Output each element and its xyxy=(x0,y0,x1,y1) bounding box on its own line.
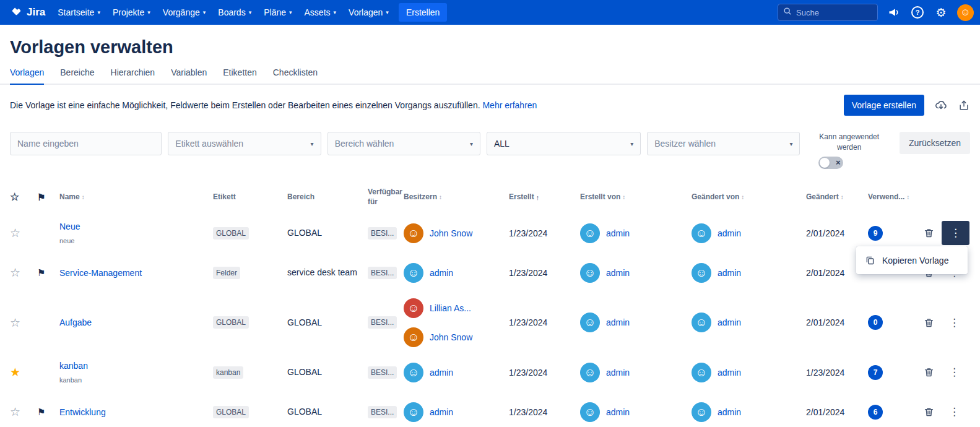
learn-more-link[interactable]: Mehr erfahren xyxy=(482,100,537,110)
template-name-link[interactable]: Entwicklung xyxy=(59,407,106,417)
star-icon[interactable]: ★ xyxy=(10,365,20,379)
row-menu-button[interactable]: ⋮ xyxy=(942,402,967,422)
global-search[interactable] xyxy=(778,4,878,21)
delete-button[interactable] xyxy=(920,314,938,332)
modified-by-avatar[interactable]: ☺ xyxy=(692,363,711,382)
owner-link[interactable]: admin xyxy=(430,368,453,377)
owner-avatar[interactable]: ☺ xyxy=(404,263,423,283)
modified-by-link[interactable]: admin xyxy=(718,368,741,377)
owner-avatar[interactable]: ☺ xyxy=(404,223,423,243)
tab-checklisten[interactable]: Checklisten xyxy=(273,67,318,85)
settings-gear-icon[interactable]: ⚙ xyxy=(934,5,948,20)
created-by-avatar[interactable]: ☺ xyxy=(580,263,600,283)
owner-avatar[interactable]: ☺ xyxy=(404,327,423,347)
created-by-link[interactable]: admin xyxy=(606,268,630,278)
header-besitzern[interactable]: Besitzern↕ xyxy=(404,192,509,202)
created-by-avatar[interactable]: ☺ xyxy=(580,363,600,382)
header-geaendert[interactable]: Geändert↕ xyxy=(806,192,868,202)
modified-by-link[interactable]: admin xyxy=(718,228,741,238)
owner-link[interactable]: John Snow xyxy=(430,332,472,342)
owner-filter-select[interactable]: Besitzer wählen ▾ xyxy=(647,132,800,155)
delete-button[interactable] xyxy=(920,403,938,421)
type-filter-select[interactable]: ALL ▾ xyxy=(487,132,641,155)
row-menu-button[interactable]: ⋮ xyxy=(942,221,969,245)
created-by-link[interactable]: admin xyxy=(606,368,630,377)
created-date: 1/23/2024 xyxy=(509,228,580,238)
template-name-link[interactable]: Neue xyxy=(59,222,80,231)
copy-template-menu-item[interactable]: Kopieren Vorlage xyxy=(856,246,968,274)
delete-button[interactable] xyxy=(920,363,938,381)
header-name[interactable]: Name↕ xyxy=(59,192,213,202)
tab-vorlagen[interactable]: Vorlagen xyxy=(10,67,44,85)
owner-avatar[interactable]: ☺ xyxy=(404,298,423,318)
header-bereich[interactable]: Bereich xyxy=(287,192,368,202)
megaphone-icon[interactable] xyxy=(887,5,901,20)
jira-logo[interactable]: Jira xyxy=(6,4,51,20)
modified-by-avatar[interactable]: ☺ xyxy=(692,223,711,243)
created-by-link[interactable]: admin xyxy=(606,228,630,238)
modified-by-avatar[interactable]: ☺ xyxy=(692,402,711,422)
header-flag[interactable]: ⚑ xyxy=(37,191,59,204)
header-etikett[interactable]: Etikett xyxy=(213,192,287,202)
etikett-badge: GLOBAL xyxy=(213,316,249,329)
etikett-badge: GLOBAL xyxy=(213,406,249,418)
nav-item-boards[interactable]: Boards▾ xyxy=(212,2,258,22)
modified-by-link[interactable]: admin xyxy=(718,317,741,327)
nav-item-projekte[interactable]: Projekte▾ xyxy=(106,2,157,22)
row-menu-button[interactable]: ⋮ xyxy=(942,362,967,382)
nav-item-plaene[interactable]: Pläne▾ xyxy=(258,2,298,22)
created-by-avatar[interactable]: ☺ xyxy=(580,313,600,332)
reset-filters-button[interactable]: Zurücksetzen xyxy=(900,132,970,154)
help-icon[interactable]: ? xyxy=(910,5,925,20)
import-cloud-icon[interactable] xyxy=(934,98,948,112)
star-icon[interactable]: ☆ xyxy=(10,316,20,330)
header-verfuegbar-fuer[interactable]: Verfügbar für xyxy=(368,188,404,207)
template-name-link[interactable]: Aufgabe xyxy=(59,317,92,327)
scope-filter-select[interactable]: Bereich wählen ▾ xyxy=(327,132,480,155)
tab-variablen[interactable]: Variablen xyxy=(171,67,207,85)
created-by-avatar[interactable]: ☺ xyxy=(580,223,600,243)
header-erstellt-von[interactable]: Erstellt von↕ xyxy=(580,192,692,202)
nav-item-vorgaenge[interactable]: Vorgänge▾ xyxy=(157,2,212,22)
etikett-badge: kanban xyxy=(213,366,243,379)
header-geaendert-von[interactable]: Geändert von↕ xyxy=(692,192,806,202)
export-icon[interactable] xyxy=(958,99,970,111)
search-input[interactable] xyxy=(796,8,867,17)
created-by-link[interactable]: admin xyxy=(606,407,630,417)
nav-item-startseite[interactable]: Startseite▾ xyxy=(51,2,106,22)
modified-by-link[interactable]: admin xyxy=(718,407,741,417)
name-filter-input[interactable] xyxy=(10,132,162,155)
label-filter-select[interactable]: Etikett auswählen ▾ xyxy=(168,132,321,155)
star-icon[interactable]: ☆ xyxy=(10,226,20,240)
owner-avatar[interactable]: ☺ xyxy=(404,363,423,382)
owner-link[interactable]: John Snow xyxy=(430,228,472,238)
modified-by-avatar[interactable]: ☺ xyxy=(692,313,711,332)
owner-link[interactable]: admin xyxy=(430,268,453,278)
tab-etiketten[interactable]: Etiketten xyxy=(223,67,256,85)
created-date: 1/23/2024 xyxy=(509,368,580,377)
user-avatar[interactable]: ☺ xyxy=(957,4,974,21)
star-icon[interactable]: ☆ xyxy=(10,265,20,280)
tab-hierarchien[interactable]: Hierarchien xyxy=(111,67,155,85)
header-erstellt[interactable]: Erstellt↑ xyxy=(509,192,580,202)
owner-link[interactable]: admin xyxy=(430,407,453,417)
delete-button[interactable] xyxy=(920,224,938,242)
modified-by-link[interactable]: admin xyxy=(718,268,741,278)
nav-item-assets[interactable]: Assets▾ xyxy=(298,2,343,22)
template-name-link[interactable]: Service-Management xyxy=(59,268,142,278)
header-star[interactable]: ☆ xyxy=(10,191,37,204)
created-by-link[interactable]: admin xyxy=(606,317,630,327)
tab-bereiche[interactable]: Bereiche xyxy=(60,67,94,85)
create-template-button[interactable]: Vorlage erstellen xyxy=(844,95,924,116)
owner-avatar[interactable]: ☺ xyxy=(404,402,423,422)
template-name-link[interactable]: kanban xyxy=(59,361,88,371)
star-icon[interactable]: ☆ xyxy=(10,405,20,419)
can-apply-toggle[interactable]: × xyxy=(818,157,843,169)
row-menu-button[interactable]: ⋮ xyxy=(942,313,967,333)
header-verwendet[interactable]: Verwend...↕ xyxy=(868,192,920,202)
owner-link[interactable]: Lillian As... xyxy=(430,303,471,313)
nav-item-vorlagen[interactable]: Vorlagen▾ xyxy=(342,2,395,22)
create-button[interactable]: Erstellen xyxy=(399,3,447,22)
created-by-avatar[interactable]: ☺ xyxy=(580,402,600,422)
modified-by-avatar[interactable]: ☺ xyxy=(692,263,711,283)
